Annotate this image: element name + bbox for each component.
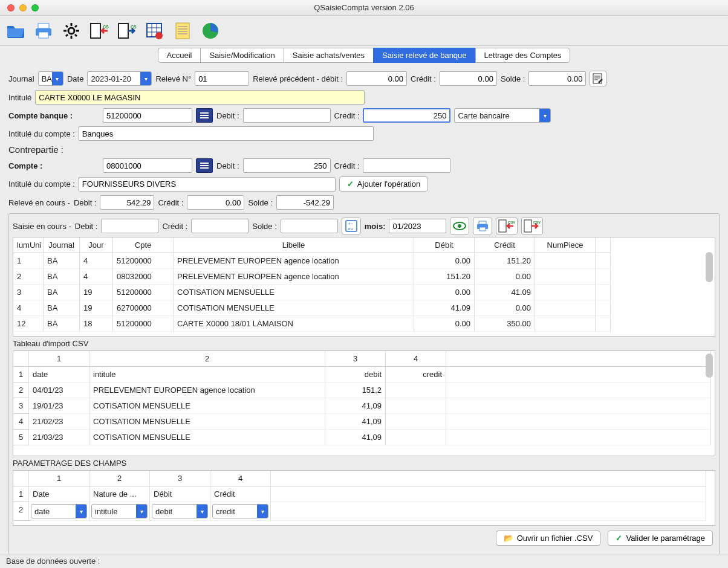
row-num[interactable]: 4	[13, 414, 29, 430]
table-cell[interactable]: 4	[80, 269, 113, 285]
csv-cell[interactable]: COTISATION MENSUELLE	[89, 414, 325, 430]
edit-note-icon[interactable]	[590, 71, 606, 86]
csv-cell[interactable]: date	[29, 367, 89, 382]
col-num-header[interactable]: 1	[29, 351, 89, 367]
table-cell[interactable]: COTISATION MENSUELLE	[174, 300, 414, 316]
table-cell[interactable]: 0.00	[475, 269, 535, 285]
param-cell[interactable]: Nature de ...	[89, 486, 150, 502]
table-cell[interactable]: 4	[80, 253, 113, 269]
csv-cell[interactable]: credit	[386, 367, 446, 382]
table-cell[interactable]: 62700000	[113, 300, 174, 316]
releve-prec-credit-input[interactable]	[440, 71, 497, 86]
row-num[interactable]: 5	[13, 430, 29, 445]
journal-select[interactable]: BA ▾	[38, 71, 63, 86]
param-cell[interactable]: Crédit	[210, 486, 271, 502]
csv-cell[interactable]: 21/02/23	[29, 414, 89, 430]
contrepartie-debit-input[interactable]	[243, 158, 331, 173]
param-select[interactable]: debit▾	[152, 504, 208, 518]
table-cell[interactable]: BA	[44, 316, 80, 332]
tab-saisie-achats-ventes[interactable]: Saisie achats/ventes	[284, 48, 373, 63]
table-cell[interactable]: 0.00	[414, 253, 475, 269]
open-folder-icon[interactable]	[5, 20, 27, 42]
table-cell[interactable]: 51200000	[113, 285, 174, 300]
col-num-header[interactable]: 4	[210, 471, 271, 486]
compte-input[interactable]	[103, 158, 192, 173]
table-cell[interactable]: BA	[44, 253, 80, 269]
table-settings-icon[interactable]	[144, 20, 166, 42]
table-cell[interactable]: 19	[80, 300, 113, 316]
csv-cell[interactable]	[386, 398, 446, 414]
table-cell[interactable]	[535, 253, 596, 269]
csv-cell[interactable]	[386, 414, 446, 430]
scrollbar-thumb[interactable]	[706, 252, 713, 282]
print-icon[interactable]	[33, 20, 54, 42]
saisie-solde-input[interactable]	[281, 219, 338, 233]
col-header[interactable]: Cpte	[113, 237, 174, 253]
param-select[interactable]: date▾	[31, 504, 87, 518]
row-num[interactable]: 1	[13, 367, 29, 382]
table-cell[interactable]: 0.00	[475, 300, 535, 316]
lookup-compte-icon[interactable]	[196, 158, 213, 173]
csv-cell[interactable]: 41,09	[325, 414, 386, 430]
intitule-compte-input[interactable]	[79, 126, 374, 141]
calculator-icon[interactable]: +−×=	[342, 218, 361, 234]
saisie-credit-input[interactable]	[191, 219, 249, 233]
add-operation-button[interactable]: ✓ Ajouter l'opération	[339, 176, 428, 192]
col-header[interactable]: Journal	[44, 237, 80, 253]
col-header[interactable]: NumPiece	[535, 237, 596, 253]
payment-method-select[interactable]: Carte bancaire ▾	[454, 108, 551, 123]
table-cell[interactable]: 0.00	[414, 285, 475, 300]
table-cell[interactable]	[535, 300, 596, 316]
table-cell[interactable]	[535, 285, 596, 300]
releve-no-input[interactable]	[195, 71, 249, 86]
col-num-header[interactable]: 3	[150, 471, 210, 486]
banque-credit-input[interactable]	[363, 108, 450, 123]
table-cell[interactable]: 41.09	[475, 285, 535, 300]
intitule-compte2-input[interactable]	[79, 177, 336, 192]
csv-cell[interactable]: debit	[325, 367, 386, 382]
table-cell[interactable]: 41.09	[414, 300, 475, 316]
document-icon[interactable]	[172, 20, 193, 42]
table-cell[interactable]: 3	[13, 285, 44, 300]
csv-cell[interactable]	[386, 382, 446, 398]
table-cell[interactable]: 1	[13, 253, 44, 269]
table-cell[interactable]: 0.00	[414, 316, 475, 332]
csv-cell[interactable]: 21/03/23	[29, 430, 89, 445]
view-icon[interactable]	[450, 218, 469, 234]
releve-prec-debit-input[interactable]	[346, 71, 407, 86]
table-cell[interactable]: COTISATION MENSUELLE	[174, 285, 414, 300]
contrepartie-credit-input[interactable]	[363, 158, 450, 173]
param-cell[interactable]: Débit	[150, 486, 210, 502]
releve-cours-solde-input[interactable]	[276, 195, 334, 210]
col-num-header[interactable]: 3	[325, 351, 386, 367]
saisie-debit-input[interactable]	[101, 219, 158, 233]
col-num-header[interactable]: 2	[89, 471, 150, 486]
export-csv-icon[interactable]: CSV	[116, 20, 138, 42]
open-csv-button[interactable]: 📂 Ouvrir un fichier .CSV	[496, 531, 601, 546]
tab-saisie-modification[interactable]: Saisie/Modification	[200, 48, 283, 63]
tab-accueil[interactable]: Accueil	[158, 48, 201, 63]
csv-cell[interactable]: 41,09	[325, 430, 386, 445]
table-cell[interactable]: BA	[44, 269, 80, 285]
validate-param-button[interactable]: ✓ Valider le paramétrage	[608, 531, 713, 546]
export-csv-small-icon[interactable]: CSV	[521, 218, 543, 234]
scrollbar-thumb[interactable]	[706, 353, 713, 378]
intitule-input[interactable]	[35, 90, 365, 105]
table-cell[interactable]	[535, 316, 596, 332]
import-csv-small-icon[interactable]: CSV	[496, 218, 518, 234]
table-cell[interactable]: 151.20	[414, 269, 475, 285]
settings-icon[interactable]	[60, 20, 82, 42]
table-cell[interactable]: 350.00	[475, 316, 535, 332]
table-cell[interactable]: 08032000	[113, 269, 174, 285]
mois-input[interactable]	[389, 219, 446, 233]
row-num[interactable]: 2	[13, 382, 29, 398]
col-header[interactable]: Crédit	[475, 237, 535, 253]
csv-cell[interactable]: COTISATION MENSUELLE	[89, 430, 325, 445]
csv-cell[interactable]: 19/01/23	[29, 398, 89, 414]
col-header[interactable]: Débit	[414, 237, 475, 253]
date-select[interactable]: 2023-01-20 ▾	[87, 71, 152, 86]
col-num-header[interactable]: 2	[89, 351, 325, 367]
col-header[interactable]: lumUni	[13, 237, 44, 253]
col-num-header[interactable]: 4	[386, 351, 446, 367]
table-cell[interactable]: 2	[13, 269, 44, 285]
